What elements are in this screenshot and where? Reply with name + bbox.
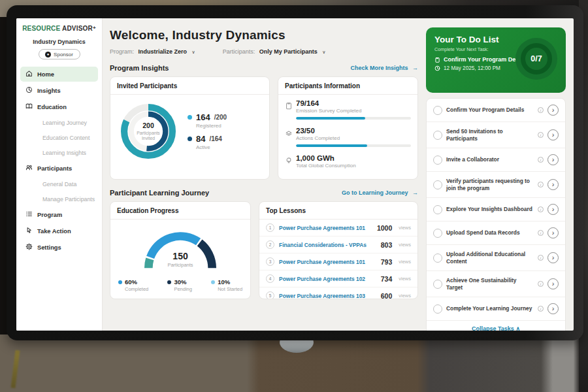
legend-total: /164: [209, 135, 221, 142]
chevron-right-icon[interactable]: ›: [547, 278, 559, 289]
sidebar-nav-item[interactable]: Participants: [20, 161, 98, 176]
sidebar-nav-label: Program: [37, 212, 62, 218]
lesson-link[interactable]: Power Purchase Agreements 102: [279, 276, 376, 282]
photo-background: RESOURCE ADVISOR+ Industry Dynamics ● Sp…: [0, 0, 588, 392]
sidebar-nav-label: Education Content: [42, 135, 90, 141]
sidebar-nav-item[interactable]: General Data: [20, 177, 98, 191]
task-checkbox[interactable]: [433, 155, 442, 165]
legend-label: Pending: [174, 286, 192, 292]
metric-value: 79/164: [296, 99, 411, 107]
top-lessons-list: 1 Power Purchase Agreements 101 1000 vie…: [259, 220, 417, 299]
chevron-right-icon[interactable]: ›: [547, 105, 559, 116]
sidebar: RESOURCE ADVISOR+ Industry Dynamics ● Sp…: [16, 18, 103, 331]
task-checkbox[interactable]: [433, 106, 442, 115]
info-icon: i: [538, 281, 544, 287]
todo-task-row[interactable]: Send 50 Invitations to Participants i ›: [427, 122, 565, 148]
task-checkbox[interactable]: [433, 180, 442, 189]
lesson-views-word: views: [399, 225, 411, 231]
sidebar-nav-item[interactable]: Take Action: [20, 223, 98, 238]
todo-summary-card: Your To Do List Complete Your Next Task:…: [426, 27, 566, 93]
todo-task-row[interactable]: Upload Additional Educational Content i …: [427, 245, 565, 271]
sidebar-nav-item[interactable]: Insights: [20, 83, 98, 98]
task-checkbox[interactable]: [433, 253, 442, 263]
lesson-rank-badge: 5: [266, 291, 274, 299]
donut-center-value: 200: [142, 122, 154, 129]
gauge-center-value: 150: [135, 251, 226, 261]
todo-task-row[interactable]: Upload Spend Data Records i ›: [427, 221, 565, 245]
task-label: Send 50 Invitations to Participants: [446, 128, 534, 142]
sidebar-nav-item[interactable]: Learning Insights: [20, 146, 98, 159]
legend-value: 164: [196, 112, 210, 122]
todo-task-row[interactable]: Confirm Your Program Details i ›: [427, 99, 565, 122]
chevron-right-icon[interactable]: ›: [547, 154, 559, 165]
sidebar-nav-item[interactable]: Learning Journey: [20, 116, 98, 129]
lesson-link[interactable]: Power Purchase Agreements 101: [279, 225, 372, 231]
lesson-rank-badge: 1: [266, 223, 274, 232]
chevron-right-icon[interactable]: ›: [547, 129, 559, 140]
participants-filter-label: Participants:: [223, 48, 255, 55]
sidebar-nav-item[interactable]: Manage Participants: [20, 192, 98, 206]
task-label: Verify participants requesting to join t…: [446, 178, 534, 191]
sidebar-nav-item[interactable]: Education Content: [20, 131, 98, 144]
lesson-link[interactable]: Financial Considerations - VPPAs: [279, 242, 376, 248]
task-label: Confirm Your Program Details: [446, 106, 534, 114]
logo-plus: +: [93, 25, 96, 31]
go-to-learning-journey-link[interactable]: Go to Learning Journey →: [342, 189, 418, 196]
task-checkbox[interactable]: [433, 304, 442, 314]
task-label: Achieve One Sustainability Target: [446, 277, 534, 291]
chevron-right-icon[interactable]: ›: [547, 204, 559, 215]
sidebar-nav-item[interactable]: Settings: [20, 240, 98, 255]
todo-task-row[interactable]: Explore Your Insights Dashboard i ›: [427, 198, 565, 221]
task-label: Upload Additional Educational Content: [446, 251, 534, 265]
todo-task-row[interactable]: Achieve One Sustainability Target i ›: [427, 271, 565, 297]
task-label: Invite a Collaborator: [446, 156, 534, 163]
info-icon: i: [538, 157, 544, 163]
todo-task-row[interactable]: Invite a Collaborator i ›: [427, 148, 565, 172]
todo-task-row[interactable]: Complete Your Learning Journey i ›: [427, 297, 565, 321]
chevron-right-icon[interactable]: ›: [547, 252, 559, 263]
app-logo: RESOURCE ADVISOR+: [16, 25, 102, 32]
gauge-legend-item: 30% Pending: [167, 278, 192, 292]
task-label: Complete Your Learning Journey: [446, 305, 534, 312]
donut-center-caption: Participants Invited: [131, 131, 165, 142]
legend-total: /200: [214, 114, 227, 121]
lesson-views-count: 793: [381, 258, 393, 266]
invited-participants-title: Invited Participants: [110, 77, 269, 95]
donut-center-label: 200 Participants Invited: [117, 100, 180, 163]
chevron-right-icon[interactable]: ›: [547, 227, 559, 238]
metric-label: Emission Survey Completed: [296, 108, 411, 114]
sidebar-nav-item[interactable]: Home: [20, 67, 98, 82]
sidebar-nav-label: Settings: [37, 244, 61, 251]
lesson-link[interactable]: Power Purchase Agreements 101: [279, 259, 376, 265]
todo-next-task-label: Confirm Your Program Details: [444, 56, 527, 63]
metric-label: Total Global Consumption: [296, 163, 411, 169]
chevron-right-icon[interactable]: ›: [547, 303, 559, 314]
lesson-row[interactable]: 1 Power Purchase Agreements 101 1000 vie…: [259, 220, 417, 236]
task-checkbox[interactable]: [433, 229, 442, 238]
sidebar-nav-label: Education: [37, 104, 67, 110]
lesson-row[interactable]: 3 Power Purchase Agreements 101 793 view…: [259, 253, 417, 270]
task-checkbox[interactable]: [433, 280, 442, 289]
sidebar-nav-label: General Data: [42, 181, 76, 188]
task-checkbox[interactable]: [433, 205, 442, 214]
todo-task-row[interactable]: Verify participants requesting to join t…: [427, 172, 565, 198]
chevron-up-icon: ∧: [515, 325, 520, 331]
lesson-row[interactable]: 2 Financial Considerations - VPPAs 803 v…: [259, 236, 417, 253]
sidebar-nav-item[interactable]: Education: [20, 99, 98, 114]
todo-progress-count: 0/7: [521, 43, 552, 74]
chevron-right-icon[interactable]: ›: [547, 179, 559, 190]
lesson-row[interactable]: 5 Power Purchase Agreements 103 600 view…: [259, 287, 417, 299]
collapse-tasks-link[interactable]: Collapse Tasks ∧: [427, 321, 565, 331]
todo-panel: Your To Do List Complete Your Next Task:…: [423, 18, 574, 331]
lesson-row[interactable]: 4 Power Purchase Agreements 102 734 view…: [259, 270, 417, 287]
task-checkbox[interactable]: [433, 131, 442, 140]
organization-name: Industry Dynamics: [16, 39, 102, 45]
check-more-insights-link[interactable]: Check More Insights →: [350, 65, 418, 71]
lesson-link[interactable]: Power Purchase Agreements 103: [279, 293, 376, 299]
main-content: Welcome, Industry Dynamics Program: Indu…: [103, 18, 423, 331]
donut-legend-item: 84/164 Active: [188, 134, 227, 150]
sidebar-nav-item[interactable]: Program: [20, 207, 98, 222]
participants-filter[interactable]: Participants: Only My Participants ∨: [223, 48, 326, 55]
program-filter[interactable]: Program: Industrialize Zero ∨: [110, 48, 195, 55]
progress-bar-fill: [296, 144, 367, 147]
